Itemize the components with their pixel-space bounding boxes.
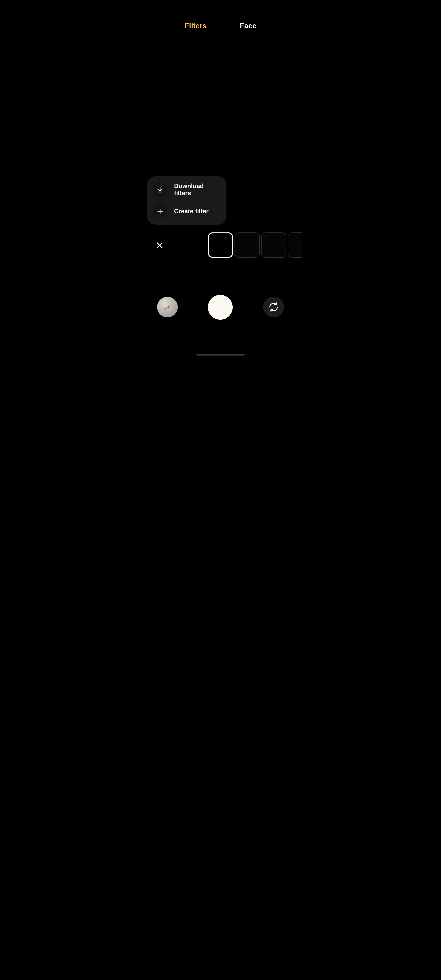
download-filters-label: Download filters — [174, 183, 221, 197]
create-filter-button[interactable]: Create filter — [147, 200, 226, 222]
filter-tile-1[interactable] — [208, 232, 233, 258]
tab-face[interactable]: Face — [240, 22, 256, 30]
plus-icon — [153, 204, 168, 219]
close-button[interactable] — [156, 241, 164, 250]
download-filters-button[interactable]: Download filters — [147, 179, 226, 200]
filter-tile-2[interactable] — [234, 232, 260, 258]
filter-actions-popover: Download filters Create filter — [147, 177, 226, 224]
camera-filters-screen: Filters Face Download filters Create fil — [139, 0, 302, 358]
shutter-button[interactable] — [208, 295, 232, 320]
filter-tile-3[interactable] — [261, 232, 287, 258]
filter-thumbnail-strip[interactable] — [208, 232, 302, 258]
tabs: Filters Face — [139, 22, 302, 30]
gallery-thumbnail-glyph — [161, 301, 174, 313]
tab-filters[interactable]: Filters — [185, 22, 207, 30]
close-icon — [156, 241, 164, 250]
filter-tile-4[interactable] — [288, 232, 302, 258]
switch-camera-icon — [268, 302, 279, 312]
gallery-thumbnail-button[interactable] — [157, 297, 178, 317]
create-filter-label: Create filter — [174, 208, 209, 215]
home-indicator[interactable] — [196, 354, 245, 356]
download-icon — [153, 182, 168, 197]
switch-camera-button[interactable] — [263, 297, 284, 317]
